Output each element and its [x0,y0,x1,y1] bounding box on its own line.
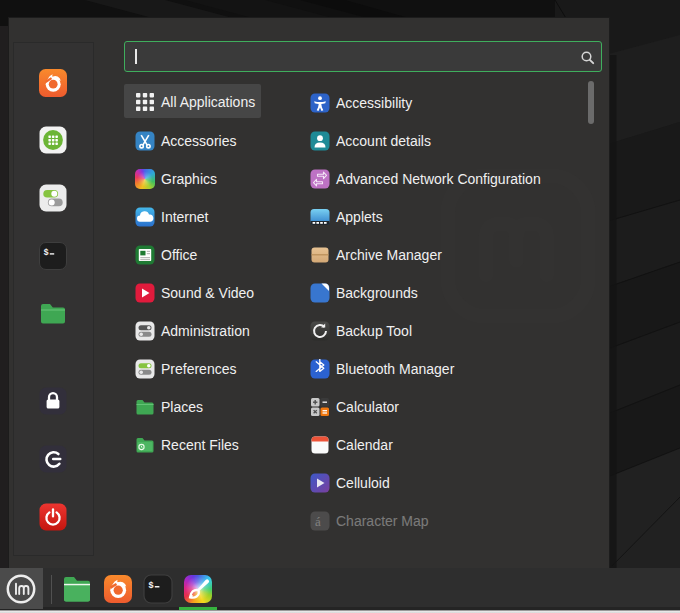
svg-text:á: á [315,514,321,529]
svg-text:$: $ [44,246,49,256]
svg-text:$: $ [148,579,153,589]
